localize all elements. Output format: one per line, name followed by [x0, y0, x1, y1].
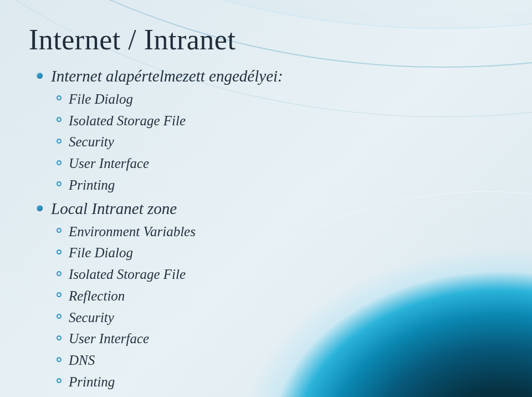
list-item: Printing — [57, 371, 499, 393]
list-item: Security — [57, 307, 499, 329]
internet-items: File Dialog Isolated Storage File Securi… — [57, 89, 499, 196]
list-item: File Dialog — [57, 242, 499, 264]
section-heading: Internet alapértelmezett engedélyei: — [51, 67, 283, 85]
item-label: File Dialog — [69, 245, 133, 260]
list-item: Security — [57, 131, 499, 153]
list-item: Environment Variables — [57, 221, 499, 243]
content-area: Internet / Intranet Internet alapértelme… — [0, 0, 532, 393]
list-item: User Interface — [57, 328, 499, 350]
item-label: Environment Variables — [69, 224, 196, 239]
list-item: User Interface — [57, 153, 499, 175]
top-list: Internet alapértelmezett engedélyei: Fil… — [37, 64, 499, 393]
list-item: Printing — [57, 175, 499, 196]
item-label: User Interface — [69, 156, 149, 171]
item-label: File Dialog — [69, 91, 133, 106]
list-item: Reflection — [57, 286, 499, 307]
section-internet: Internet alapértelmezett engedélyei: Fil… — [37, 64, 499, 196]
item-label: Security — [69, 310, 114, 325]
list-item: File Dialog — [57, 89, 499, 110]
slide: Internet / Intranet Internet alapértelme… — [0, 0, 532, 397]
list-item: Isolated Storage File — [57, 110, 499, 132]
slide-title: Internet / Intranet — [29, 23, 499, 56]
list-item: DNS — [57, 350, 499, 371]
section-intranet: Local Intranet zone Environment Variable… — [37, 196, 499, 393]
item-label: Printing — [69, 177, 115, 192]
item-label: Reflection — [69, 288, 125, 303]
item-label: Security — [69, 134, 114, 149]
item-label: User Interface — [69, 331, 149, 346]
list-item: Isolated Storage File — [57, 264, 499, 286]
intranet-items: Environment Variables File Dialog Isolat… — [57, 221, 499, 393]
item-label: DNS — [69, 353, 95, 368]
section-heading: Local Intranet zone — [51, 200, 177, 217]
item-label: Printing — [69, 374, 115, 389]
item-label: Isolated Storage File — [69, 267, 186, 282]
item-label: Isolated Storage File — [69, 113, 186, 128]
